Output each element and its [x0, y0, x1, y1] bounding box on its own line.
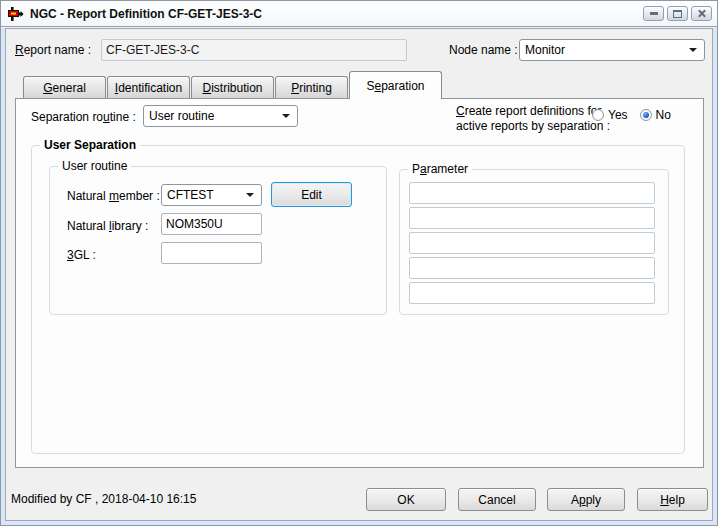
user-routine-group-title: User routine — [58, 159, 131, 173]
cancel-button[interactable]: Cancel — [458, 488, 536, 511]
natural-library-label: Natural library : — [67, 219, 148, 233]
parameter-field-5[interactable] — [409, 282, 655, 304]
minimize-button[interactable] — [643, 6, 664, 21]
dropdown-arrow-icon — [689, 48, 697, 52]
dropdown-arrow-icon — [282, 114, 290, 118]
maximize-icon — [673, 10, 682, 18]
create-defs-radio-group: Yes No — [592, 108, 671, 122]
minimize-icon — [650, 12, 658, 15]
tab-general[interactable]: General — [23, 76, 106, 98]
separation-routine-value: User routine — [149, 109, 214, 123]
apply-button[interactable]: Apply — [547, 488, 625, 511]
report-name-field[interactable] — [101, 39, 407, 61]
radio-yes-label: Yes — [608, 108, 628, 122]
separation-routine-combobox[interactable]: User routine — [143, 105, 298, 127]
node-name-combobox[interactable]: Monitor — [519, 39, 705, 61]
radio-no-label: No — [656, 108, 671, 122]
node-name-label: Node name : — [449, 43, 518, 57]
close-icon — [697, 9, 706, 18]
window-title: NGC - Report Definition CF-GET-JES-3-C — [30, 7, 262, 21]
dialog-window: NGC - Report Definition CF-GET-JES-3-C R… — [0, 0, 718, 526]
title-bar: NGC - Report Definition CF-GET-JES-3-C — [1, 1, 717, 27]
natural-library-field[interactable] — [161, 213, 262, 235]
tab-printing[interactable]: Printing — [275, 76, 348, 98]
tab-identification[interactable]: Identification — [107, 76, 190, 98]
parameter-field-4[interactable] — [409, 257, 655, 279]
help-button[interactable]: Help — [637, 488, 708, 511]
natural-member-label: Natural member : — [67, 189, 160, 203]
node-name-value: Monitor — [525, 43, 565, 57]
maximize-button[interactable] — [667, 6, 688, 21]
window-frame: Report name : Node name : Monitor Genera… — [1, 28, 717, 525]
separation-tab-page: Separation routine : User routine Create… — [15, 98, 704, 468]
parameter-field-2[interactable] — [409, 207, 655, 229]
radio-no-icon — [640, 109, 652, 121]
status-modified-text: Modified by CF , 2018-04-10 16:15 — [11, 492, 196, 506]
edit-button[interactable]: Edit — [271, 182, 352, 207]
user-separation-group-title: User Separation — [40, 138, 140, 152]
tab-separation[interactable]: Separation — [349, 71, 442, 99]
ok-button[interactable]: OK — [366, 488, 446, 511]
dialog-client-area: Report name : Node name : Monitor Genera… — [5, 28, 713, 521]
report-name-label: Report name : — [15, 43, 91, 57]
app-icon — [8, 6, 24, 22]
natural-member-combobox[interactable]: CFTEST — [161, 184, 262, 206]
close-button[interactable] — [691, 6, 712, 21]
natural-member-value: CFTEST — [167, 188, 214, 202]
tab-distribution[interactable]: Distribution — [191, 76, 274, 98]
window-controls — [643, 6, 712, 21]
radio-no[interactable]: No — [640, 108, 671, 122]
parameter-field-1[interactable] — [409, 182, 655, 204]
radio-yes-icon — [592, 109, 604, 121]
create-report-definitions-label: Create report definitions for active rep… — [456, 104, 610, 134]
separation-routine-label: Separation routine : — [31, 110, 136, 124]
3gl-label: 3GL : — [67, 248, 96, 262]
dropdown-arrow-icon — [246, 193, 254, 197]
3gl-field[interactable] — [161, 242, 262, 264]
parameter-group-title: Parameter — [408, 162, 472, 176]
parameter-field-3[interactable] — [409, 232, 655, 254]
radio-yes[interactable]: Yes — [592, 108, 628, 122]
